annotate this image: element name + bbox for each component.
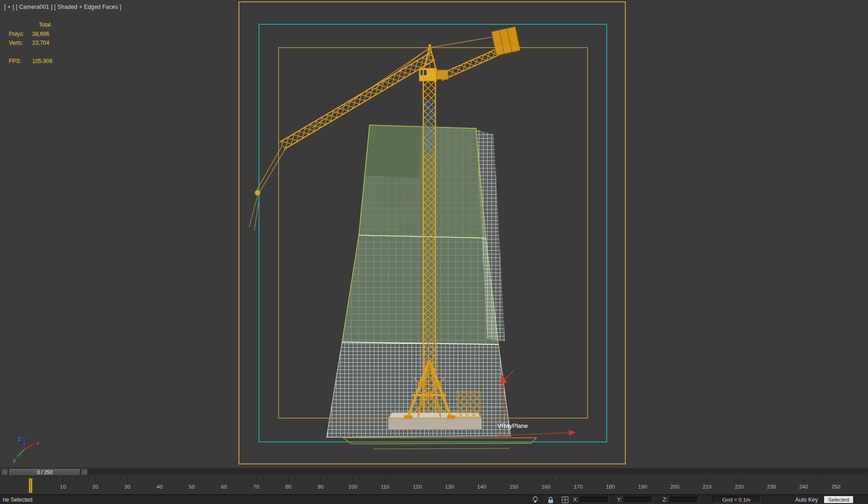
ruler-tick bbox=[758, 478, 759, 480]
ruler-tick-number: 210 bbox=[702, 484, 711, 490]
ruler-tick-number: 50 bbox=[189, 484, 195, 490]
coord-x-field[interactable] bbox=[580, 497, 609, 503]
ruler-tick bbox=[404, 478, 405, 480]
time-slider-track[interactable] bbox=[89, 469, 867, 475]
ruler-tick-number: 230 bbox=[767, 484, 776, 490]
ground-lines bbox=[343, 438, 537, 449]
stats-total-header: Total bbox=[39, 21, 50, 28]
ruler-tick bbox=[836, 478, 836, 482]
ruler-tick-number: 180 bbox=[606, 484, 615, 490]
transform-gizmo-icon[interactable] bbox=[561, 496, 569, 504]
ruler-tick bbox=[108, 478, 109, 480]
selection-filter-dropdown[interactable]: Selected bbox=[824, 496, 853, 503]
ruler-tick bbox=[443, 478, 443, 480]
ruler-tick bbox=[488, 478, 489, 480]
ruler-tick bbox=[121, 478, 121, 480]
ruler-tick-number: 10 bbox=[60, 484, 66, 490]
ruler-tick-number: 240 bbox=[799, 484, 808, 490]
ruler-tick-number: 160 bbox=[541, 484, 550, 490]
auto-key-button[interactable]: Auto Key bbox=[795, 497, 818, 503]
ruler-tick bbox=[166, 478, 167, 480]
next-frame-button[interactable]: > bbox=[81, 469, 88, 476]
ruler-tick-number: 170 bbox=[574, 484, 582, 490]
ruler-tick bbox=[771, 478, 772, 482]
ruler-tick bbox=[314, 478, 315, 480]
ruler-tick bbox=[507, 478, 508, 480]
ruler-tick-number: 200 bbox=[670, 484, 679, 490]
ruler-tick bbox=[205, 478, 205, 480]
scene-canvas[interactable]: VRayPlane Z x y bbox=[0, 0, 868, 468]
ruler-tick bbox=[553, 478, 553, 480]
timeline-ruler[interactable]: 1020304050607080901001101201301401501601… bbox=[0, 477, 868, 495]
ruler-tick bbox=[482, 478, 482, 482]
selection-lock-icon[interactable] bbox=[547, 496, 554, 504]
ruler-tick-number: 70 bbox=[253, 484, 259, 490]
ruler-tick bbox=[656, 478, 656, 480]
coord-y-field[interactable] bbox=[624, 497, 653, 503]
current-frame-marker[interactable] bbox=[28, 478, 33, 493]
ruler-tick bbox=[527, 478, 527, 480]
ruler-tick bbox=[140, 478, 141, 480]
ruler-tick bbox=[559, 478, 560, 480]
ruler-tick bbox=[714, 478, 714, 480]
ruler-tick bbox=[295, 478, 295, 480]
ruler-tick bbox=[372, 478, 372, 480]
ruler-tick bbox=[469, 478, 469, 480]
camera-viewport[interactable]: VRayPlane Z x y [ + ] [ Camera001 ] [ Sh… bbox=[0, 0, 868, 468]
ruler-tick bbox=[610, 478, 611, 482]
stats-verts-value: 23,704 bbox=[32, 40, 49, 46]
ruler-tick bbox=[134, 478, 134, 480]
coord-z-field[interactable] bbox=[670, 497, 699, 503]
ruler-tick-number: 60 bbox=[221, 484, 227, 490]
ruler-tick bbox=[353, 478, 353, 482]
ruler-tick-number: 220 bbox=[735, 484, 743, 490]
stats-fps-value: 105.906 bbox=[32, 58, 52, 64]
ruler-tick bbox=[565, 478, 566, 480]
object-label: VRayPlane bbox=[497, 422, 528, 429]
ruler-tick bbox=[784, 478, 785, 480]
ruler-tick bbox=[334, 478, 334, 480]
ruler-tick-number: 30 bbox=[125, 484, 131, 490]
ruler-tick bbox=[733, 478, 733, 480]
ruler-tick bbox=[211, 478, 211, 480]
ruler-tick bbox=[224, 478, 224, 482]
ruler-tick bbox=[630, 478, 630, 480]
ruler-tick bbox=[449, 478, 450, 482]
ruler-tick bbox=[739, 478, 740, 482]
coord-y-label: Y: bbox=[617, 497, 622, 503]
ruler-tick bbox=[417, 478, 418, 482]
ruler-tick bbox=[675, 478, 675, 482]
ruler-tick bbox=[681, 478, 682, 480]
ruler-tick-number: 110 bbox=[381, 484, 389, 490]
ruler-tick bbox=[359, 478, 360, 480]
time-slider-handle[interactable]: 0 / 250 bbox=[9, 469, 80, 476]
ruler-tick bbox=[791, 478, 791, 480]
ruler-tick bbox=[591, 478, 592, 480]
ruler-tick bbox=[321, 478, 321, 482]
grid-setting-display: Grid = 0.1m bbox=[712, 496, 761, 503]
ruler-tick bbox=[282, 478, 282, 480]
ruler-tick-number: 40 bbox=[157, 484, 163, 490]
ruler-tick bbox=[700, 478, 701, 480]
crane-counterweight[interactable] bbox=[491, 27, 520, 56]
ruler-tick bbox=[89, 478, 89, 480]
stats-fps-label: FPS: bbox=[9, 58, 21, 64]
ruler-tick bbox=[385, 478, 385, 482]
ruler-tick bbox=[495, 478, 495, 480]
ruler-tick bbox=[643, 478, 643, 482]
isolate-toggle-icon[interactable] bbox=[532, 496, 539, 504]
ruler-tick bbox=[179, 478, 179, 480]
ruler-tick bbox=[411, 478, 411, 480]
ruler-tick bbox=[804, 478, 804, 482]
ruler-tick-number: 20 bbox=[92, 484, 98, 490]
ruler-tick bbox=[501, 478, 501, 480]
selection-status-text: ne Selected bbox=[3, 497, 32, 503]
ruler-tick bbox=[817, 478, 817, 480]
ruler-tick bbox=[514, 478, 514, 482]
coord-x-label: X: bbox=[573, 497, 578, 503]
ruler-tick bbox=[520, 478, 521, 480]
ruler-tick bbox=[707, 478, 707, 482]
prev-frame-button[interactable]: < bbox=[1, 469, 8, 476]
ruler-tick-number: 100 bbox=[348, 484, 357, 490]
ruler-tick bbox=[649, 478, 650, 480]
